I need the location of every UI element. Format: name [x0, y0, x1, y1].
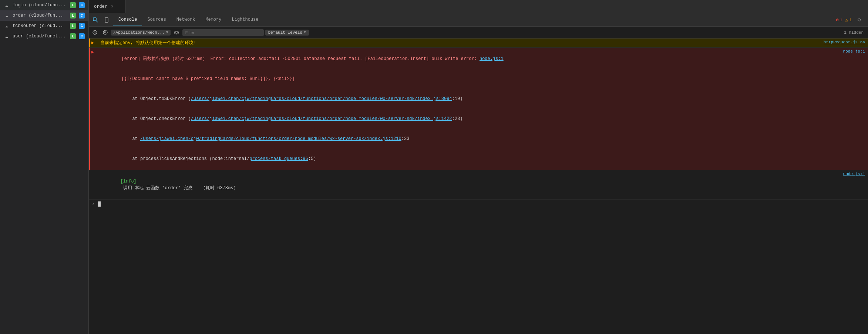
console-line-error: ▶ [error] 函数执行失败 (耗时 6371ms) Error: coll…: [89, 48, 868, 170]
error-count: ⊗ 1: [836, 17, 842, 23]
level-text: Default levels: [268, 30, 302, 35]
warn-icon: ▶: [91, 39, 99, 46]
filter-input[interactable]: [182, 29, 264, 36]
badge-l-login: L: [70, 2, 76, 8]
error-link-2[interactable]: /Users/jiawei.chen/cjw/tradingCards/clou…: [191, 116, 452, 121]
sidebar-item-tcbrouter[interactable]: ☁ tcbRouter (cloud... L C: [0, 21, 88, 31]
tab-close-button[interactable]: ×: [110, 4, 115, 9]
badge-l-tcbrouter: L: [70, 23, 76, 29]
warning-count: ⚠ 1: [845, 17, 852, 23]
badge-c-tcbrouter: C: [79, 23, 85, 29]
badge-c-login: C: [79, 2, 85, 8]
badge-c-user: C: [79, 33, 85, 39]
console-line-info: ▶ [info] 调用 本地 云函数 'order' 完成 (耗时 6378ms…: [89, 170, 868, 200]
path-text: /Applications/wech...: [113, 30, 165, 35]
error-message: [error] 函数执行失败 (耗时 6371ms) Error: collec…: [99, 49, 840, 169]
devtools-panel: order × Console Sources: [89, 0, 868, 334]
svg-point-8: [174, 31, 179, 34]
devtools-toolbar: Console Sources Network Memory Lighthous…: [89, 13, 868, 27]
svg-rect-2: [105, 18, 108, 22]
tab-order[interactable]: order ×: [89, 0, 126, 13]
tab-label: order: [94, 4, 107, 9]
error-link-node[interactable]: node.js:1: [480, 56, 504, 61]
pause-button[interactable]: [101, 28, 110, 37]
badge-l-user: L: [70, 33, 76, 39]
hidden-count: 1 hidden: [844, 30, 867, 35]
level-select[interactable]: Default levels ▼: [265, 30, 309, 36]
console-line-warn: ▶ 当前未指定env, 将默认使用第一个创建的环境! httpRequest.j…: [89, 39, 868, 48]
tab-network[interactable]: Network: [171, 13, 200, 26]
sidebar-item-user[interactable]: ☁ user (cloud/funct... L C: [0, 31, 88, 41]
devtools-tabs: Console Sources Network Memory Lighthous…: [113, 13, 264, 26]
sidebar-item-label-order: order (cloud/fun...: [13, 13, 67, 18]
sidebar: ☁ login (cloud/func... L C ☁ order (clou…: [0, 0, 89, 334]
prompt-cursor: [98, 201, 101, 207]
cloud-icon-order: ☁: [4, 13, 10, 19]
sidebar-item-label-login: login (cloud/func...: [13, 3, 67, 8]
sidebar-item-label-tcbrouter: tcbRouter (cloud...: [13, 23, 67, 29]
info-spacer: ▶: [90, 171, 98, 177]
cloud-icon-login: ☁: [4, 2, 10, 8]
settings-button[interactable]: ⚙: [855, 16, 864, 24]
sidebar-item-order[interactable]: ☁ order (cloud/fun... L C: [0, 10, 88, 21]
error-link-4[interactable]: process/task_queues:96: [249, 156, 308, 161]
toolbar-right: ⊗ 1 ⚠ 1 ⚙: [836, 16, 867, 24]
error-icon: ▶: [91, 49, 99, 55]
svg-point-9: [176, 32, 177, 33]
console-content[interactable]: ▶ 当前未指定env, 将默认使用第一个创建的环境! httpRequest.j…: [89, 39, 868, 334]
path-selector[interactable]: /Applications/wech... ▼: [111, 30, 171, 36]
tab-console[interactable]: Console: [113, 13, 142, 26]
tab-memory[interactable]: Memory: [200, 13, 226, 26]
prompt-arrow: ›: [92, 201, 95, 207]
warn-source[interactable]: httpRequest.js:66: [821, 39, 868, 45]
console-prompt: ›: [89, 200, 868, 208]
mobile-view-button[interactable]: [101, 15, 112, 25]
eye-button[interactable]: [172, 28, 181, 37]
inspect-element-button[interactable]: [90, 15, 101, 25]
info-source[interactable]: node.js:1: [840, 171, 868, 177]
level-dropdown-icon: ▼: [304, 30, 306, 34]
error-link-1[interactable]: /Users/jiawei.chen/cjw/tradingCards/clou…: [191, 96, 452, 101]
error-link-3[interactable]: /Users/jiawei.chen/cjw/tradingCards/clou…: [140, 136, 401, 141]
svg-rect-0: [93, 18, 96, 21]
cloud-icon-tcbrouter: ☁: [4, 23, 10, 29]
cloud-icon-user: ☁: [4, 33, 10, 39]
tab-bar: order ×: [89, 0, 868, 13]
svg-point-5: [103, 30, 107, 34]
svg-line-1: [96, 21, 98, 22]
toolbar-left: [90, 15, 112, 25]
info-message: [info] 调用 本地 云函数 'order' 完成 (耗时 6378ms): [98, 171, 840, 198]
error-source[interactable]: node.js:1: [840, 49, 868, 54]
badge-c-order: C: [79, 13, 85, 19]
tab-lighthouse[interactable]: Lighthouse: [226, 13, 263, 26]
sidebar-item-label-user: user (cloud/funct...: [13, 34, 67, 39]
warn-message: 当前未指定env, 将默认使用第一个创建的环境!: [99, 39, 821, 47]
badge-l-order: L: [70, 13, 76, 19]
clear-console-button[interactable]: [90, 28, 99, 37]
filter-bar: /Applications/wech... ▼ Default levels ▼…: [89, 27, 868, 39]
svg-line-4: [94, 31, 96, 34]
sidebar-item-login[interactable]: ☁ login (cloud/func... L C: [0, 0, 88, 10]
path-dropdown-icon: ▼: [166, 30, 168, 34]
tab-sources[interactable]: Sources: [142, 13, 171, 26]
